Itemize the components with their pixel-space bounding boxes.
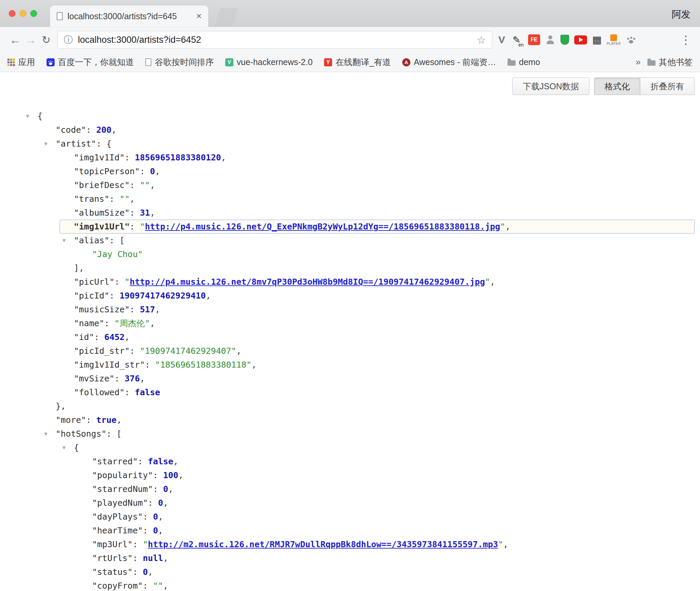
- fe-extension-icon[interactable]: FE: [528, 34, 540, 45]
- bookmark-awesomes[interactable]: AAwesomes - 前端资…: [402, 57, 496, 68]
- bookmark-label: 百度一下，你就知道: [58, 57, 134, 68]
- json-line: "picId_str": "19097417462929407",: [12, 344, 695, 358]
- bookmark-page[interactable]: 谷歌按时间排序: [145, 57, 214, 68]
- json-value: true: [96, 415, 116, 425]
- url-text[interactable]: localhost:3000/artists?id=6452: [78, 35, 201, 45]
- address-bar[interactable]: ⓘ localhost:3000/artists?id=6452 ☆: [57, 31, 492, 49]
- json-line: "name": "周杰伦",: [12, 316, 695, 330]
- profile-extension-icon[interactable]: [545, 35, 555, 45]
- bookmark-label: vue-hackernews-2.0: [237, 57, 313, 67]
- back-icon[interactable]: ←: [7, 33, 23, 46]
- qrcode-extension-icon[interactable]: ▦: [592, 35, 602, 45]
- bookmark-vue[interactable]: Vvue-hackernews-2.0: [225, 57, 313, 67]
- json-value: 0: [153, 526, 158, 535]
- json-key: "rtUrls": [92, 553, 133, 563]
- json-line: "albumSize": 31,: [12, 206, 695, 220]
- json-line: },: [12, 399, 695, 413]
- reload-icon[interactable]: ↻: [38, 34, 54, 46]
- json-toolbar: 下载JSON数据 格式化 折叠所有: [12, 72, 695, 95]
- other-bookmarks-folder[interactable]: 其他书签: [647, 57, 693, 68]
- page-info-icon[interactable]: ⓘ: [64, 34, 73, 46]
- youdao-icon: Y: [324, 58, 332, 66]
- json-line: "img1v1Url": "http://p4.music.126.net/Q_…: [12, 220, 695, 234]
- bookmark-youdao[interactable]: Y在线翻译_有道: [324, 57, 391, 68]
- json-key: "picId_str": [74, 346, 130, 356]
- json-line: ▼"hotSongs": [: [12, 427, 695, 441]
- json-line: "briefDesc": "",: [12, 178, 695, 192]
- json-key: "topicPerson": [74, 166, 140, 176]
- baidu-icon: [47, 58, 55, 66]
- json-key: "name": [74, 318, 104, 328]
- json-url-link[interactable]: http://p4.music.126.net/8mv7qP30Pd3oHW8b…: [130, 277, 485, 287]
- json-key: "mp3Url": [92, 539, 133, 549]
- collapse-toggle-icon[interactable]: ▼: [26, 109, 29, 123]
- tab-close-icon[interactable]: ×: [196, 11, 202, 21]
- collapse-toggle-icon[interactable]: ▼: [44, 427, 48, 441]
- traffic-lights: [9, 10, 37, 17]
- awesomes-icon: A: [402, 58, 410, 66]
- json-line: "starred": false,: [12, 455, 695, 468]
- json-value: false: [135, 387, 160, 397]
- new-tab-button[interactable]: [214, 8, 238, 27]
- collapse-all-button[interactable]: 折叠所有: [640, 77, 695, 95]
- json-key: "img1v1Id_str": [74, 360, 145, 370]
- json-line: "starredNum": 0,: [12, 482, 695, 496]
- bookmark-label: Awesomes - 前端资…: [414, 57, 496, 68]
- paw-extension-icon[interactable]: [626, 35, 636, 45]
- json-value: 0: [163, 484, 168, 494]
- shield-extension-icon[interactable]: [560, 35, 569, 45]
- json-string-value: "": [140, 180, 150, 190]
- json-key: "starredNum": [92, 484, 153, 494]
- browser-menu-icon[interactable]: ⋮: [679, 33, 693, 46]
- bookmark-baidu[interactable]: 百度一下，你就知道: [47, 57, 134, 68]
- folder-icon: [647, 60, 655, 66]
- bookmark-folder[interactable]: demo: [507, 57, 540, 67]
- json-line: "trans": "",: [12, 192, 695, 206]
- collapse-toggle-icon[interactable]: ▼: [62, 441, 66, 455]
- nav-toolbar: ← → ↻ ⓘ localhost:3000/artists?id=6452 ☆…: [0, 27, 700, 53]
- collapse-toggle-icon[interactable]: ▼: [62, 234, 66, 247]
- other-bookmarks-label: 其他书签: [659, 57, 693, 68]
- download-json-button[interactable]: 下载JSON数据: [512, 77, 589, 95]
- json-line: "picId": 19097417462929410,: [12, 289, 695, 303]
- json-url-link[interactable]: http://m2.music.126.net/RMJR7wDullRqppBk…: [148, 539, 498, 549]
- json-string-value: "周杰伦": [114, 318, 150, 328]
- json-key: "trans": [74, 194, 109, 204]
- paw-icon: [626, 35, 636, 45]
- json-string-value: "": [119, 194, 129, 204]
- json-string-value: "Jay Chou": [92, 249, 143, 259]
- collapse-toggle-icon[interactable]: ▼: [44, 137, 48, 151]
- json-line: "mp3Url": "http://m2.music.126.net/RMJR7…: [12, 537, 695, 551]
- zoom-window-icon[interactable]: [30, 10, 37, 17]
- json-key: "briefDesc": [74, 180, 130, 190]
- json-value: 200: [96, 125, 111, 135]
- json-key: "playedNum": [92, 498, 148, 508]
- bookmark-apps[interactable]: 应用: [7, 57, 35, 68]
- youtube-extension-icon[interactable]: [574, 35, 587, 44]
- bookmark-star-icon[interactable]: ☆: [477, 34, 486, 46]
- json-view: ▼{"code": 200,▼"artist": {"img1v1Id": 18…: [12, 109, 695, 591]
- extensions-row: V ✎en FE ▦ PLAYER ⋮: [498, 33, 693, 46]
- json-key: "starred": [92, 457, 138, 466]
- json-line: "dayPlays": 0,: [12, 510, 695, 524]
- json-value: 0: [150, 166, 155, 176]
- minimize-window-icon[interactable]: [20, 10, 26, 17]
- json-line: ▼"artist": {: [12, 137, 695, 151]
- json-key: "albumSize": [74, 208, 130, 218]
- json-line: "followed": false: [12, 385, 695, 399]
- json-line: ▼{: [12, 109, 695, 123]
- bookmarks-overflow-icon[interactable]: »: [636, 57, 641, 67]
- player-extension-icon[interactable]: PLAYER: [607, 34, 621, 45]
- format-button[interactable]: 格式化: [594, 77, 640, 95]
- json-value: 31: [140, 208, 150, 218]
- translate-extension-icon[interactable]: ✎en: [510, 34, 523, 45]
- browser-tab[interactable]: localhost:3000/artists?id=645 ×: [50, 5, 208, 27]
- json-line: "hearTime": 0,: [12, 524, 695, 537]
- json-value: 100: [163, 470, 178, 480]
- json-line: "picUrl": "http://p4.music.126.net/8mv7q…: [12, 275, 695, 289]
- json-string-value: "18569651883380118": [155, 360, 252, 370]
- json-url-link[interactable]: http://p4.music.126.net/Q_ExePNkmgB2yWyL…: [145, 222, 500, 231]
- close-window-icon[interactable]: [9, 10, 16, 17]
- vue-icon: V: [225, 58, 233, 66]
- vimium-extension-icon[interactable]: V: [498, 34, 505, 45]
